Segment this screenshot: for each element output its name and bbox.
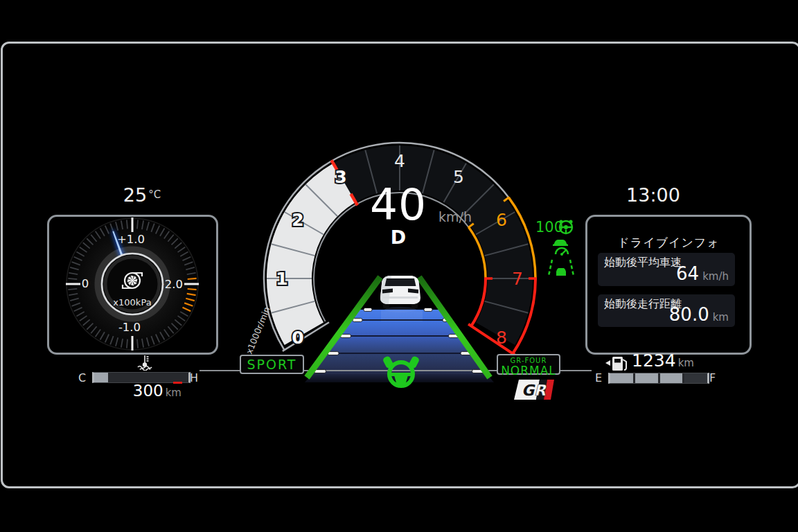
outside-temperature: 25°C xyxy=(100,184,184,206)
fuel-range-unit: km xyxy=(678,357,694,369)
boost-unit-label: x100kPa xyxy=(113,297,151,308)
radar-cruise-icon xyxy=(549,238,573,258)
row-unit: km xyxy=(713,311,729,323)
boost-label-top: +1.0 xyxy=(117,233,145,246)
fuel-segment xyxy=(684,373,707,383)
fuel-segment xyxy=(610,373,633,383)
gear-indicator: D xyxy=(364,227,433,248)
coolant-hot-label: H xyxy=(190,371,198,384)
speed-unit: km/h xyxy=(438,209,472,224)
fuel-full-label: F xyxy=(709,371,716,384)
tach-number-1: 1 xyxy=(276,269,287,289)
awd-mode-label: NORMAL xyxy=(498,365,559,377)
lead-car xyxy=(375,272,426,313)
drive-info-title: ドライブインフォ xyxy=(587,235,750,251)
fuel-gauge xyxy=(608,373,709,384)
fuel-segment xyxy=(660,373,683,383)
gr-logo: G R xyxy=(513,379,555,400)
gr-letter-r: R xyxy=(534,382,547,399)
fuel-pump-icon xyxy=(604,355,630,373)
steering-assist-icon xyxy=(557,218,575,235)
tach-number-6: 6 xyxy=(496,210,507,230)
speed-value: 40 xyxy=(350,183,447,227)
fuel-segments xyxy=(610,373,707,383)
drive-info-panel: ドライブインフォ 始動後平均車速 64km/h 始動後走行距離 80.0km xyxy=(585,215,752,355)
fuel-segment xyxy=(635,373,658,383)
gr-letter-g: G xyxy=(522,382,535,399)
tach-unit-label: x1000r/min xyxy=(246,305,272,356)
boost-label-left: 0 xyxy=(82,277,89,290)
coolant-cold-label: C xyxy=(78,371,86,384)
instrument-cluster: 25°C 13:00 +1.0 0 +2.0 -1.0 xyxy=(0,0,798,532)
boost-gauge-panel: +1.0 0 +2.0 -1.0 x100kPa xyxy=(47,215,218,355)
drive-info-row-distance: 始動後走行距離 80.0km xyxy=(598,294,735,327)
tach-number-4: 4 xyxy=(394,151,405,171)
coolant-level-fill xyxy=(94,373,108,382)
hands-on-wheel-icon xyxy=(380,354,423,393)
fuel-range-value: 1234 xyxy=(632,351,676,371)
outside-temperature-unit: °C xyxy=(148,188,161,201)
row-value: 64 xyxy=(676,263,699,284)
fuel-range: 1234km xyxy=(632,351,694,371)
tach-number-2: 2 xyxy=(292,210,303,230)
tach-number-7: 7 xyxy=(512,269,523,289)
outside-temperature-value: 25 xyxy=(123,184,147,206)
row-value: 80.0 xyxy=(669,304,709,325)
sport-badge: SPORT xyxy=(240,355,304,374)
clock: 13:00 xyxy=(612,184,695,206)
boost-gauge: +1.0 0 +2.0 -1.0 x100kPa xyxy=(49,217,216,353)
row-unit: km/h xyxy=(702,270,729,283)
drive-info-row-avg-speed: 始動後平均車速 64km/h xyxy=(598,253,735,286)
tach-number-3: 3 xyxy=(335,167,346,187)
awd-mode-badge: GR-FOUR NORMAL xyxy=(497,354,560,375)
lane-keep-icon xyxy=(547,258,576,277)
odometer-unit: km xyxy=(166,387,181,399)
boost-label-bottom: -1.0 xyxy=(118,321,141,334)
odometer-value: 300 xyxy=(133,382,163,400)
tach-number-5: 5 xyxy=(453,167,464,187)
coolant-icon xyxy=(136,354,154,371)
odometer: 300km xyxy=(104,382,181,400)
fuel-empty-label: E xyxy=(595,371,602,384)
